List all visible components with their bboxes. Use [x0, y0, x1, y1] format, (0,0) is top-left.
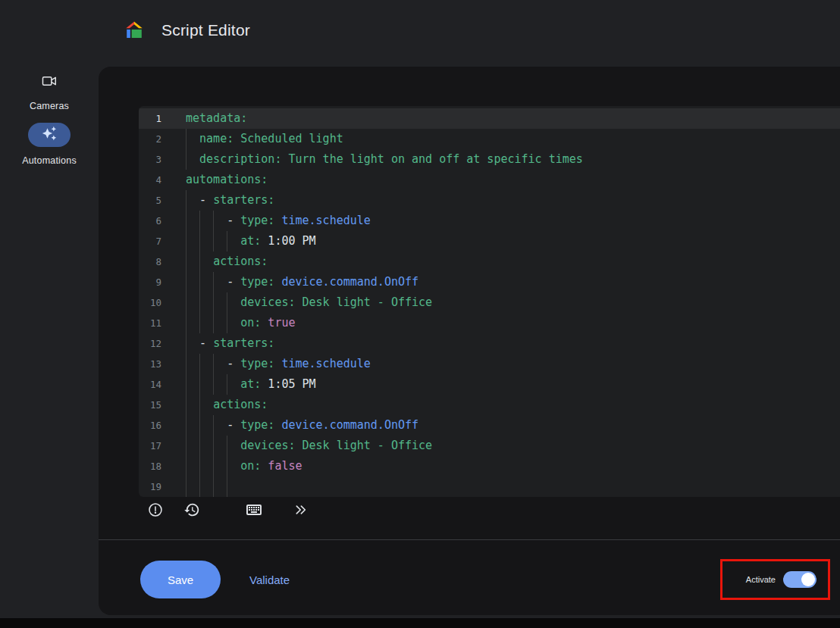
indent-guide — [213, 476, 214, 497]
code-line-content[interactable]: automations: — [186, 170, 268, 190]
code-line-content[interactable]: metadata: — [186, 108, 247, 129]
code-line[interactable]: 16 - type: device.command.OnOff — [139, 415, 840, 436]
code-line[interactable]: 13 - type: time.schedule — [139, 354, 840, 374]
indent-guide — [227, 476, 227, 497]
line-number: 11 — [139, 313, 161, 333]
sidebar-item-cameras[interactable]: Cameras — [30, 67, 69, 111]
indent-guide — [227, 374, 227, 395]
code-line-content[interactable]: at: 1:00 PM — [186, 231, 316, 252]
code-line[interactable]: 14 at: 1:05 PM — [139, 374, 840, 395]
line-number: 16 — [139, 415, 161, 436]
indent-guide — [227, 313, 227, 333]
activate-toggle[interactable] — [783, 571, 816, 588]
indent-guide — [213, 415, 214, 436]
code-line[interactable]: 1metadata: — [139, 108, 840, 129]
sidebar-item-automations[interactable]: Automations — [22, 111, 77, 166]
double-chevron-right-icon[interactable] — [289, 498, 313, 522]
indent-guide — [213, 354, 214, 374]
code-line[interactable]: 15 actions: — [139, 395, 840, 415]
indent-guide — [199, 415, 200, 436]
code-editor[interactable]: 1metadata:2 name: Scheduled light3 descr… — [139, 106, 840, 497]
page-title: Script Editor — [161, 21, 250, 39]
indent-guide — [213, 313, 214, 333]
code-line[interactable]: 10 devices: Desk light - Office — [139, 292, 840, 313]
line-number: 14 — [139, 374, 161, 395]
indent-guide — [199, 252, 200, 272]
indent-guide — [227, 292, 227, 313]
code-line-content[interactable]: at: 1:05 PM — [186, 374, 316, 395]
code-line-content[interactable]: name: Scheduled light — [186, 129, 343, 149]
line-number: 6 — [139, 211, 161, 231]
code-line[interactable]: 11 on: true — [139, 313, 840, 333]
indent-guide — [186, 354, 186, 374]
code-line-content[interactable]: actions: — [186, 395, 268, 415]
indent-guide — [186, 415, 186, 436]
code-line[interactable]: 17 devices: Desk light - Office — [139, 436, 840, 456]
indent-guide — [199, 456, 200, 476]
code-line-content[interactable]: - type: time.schedule — [186, 354, 371, 374]
code-line[interactable]: 19 — [139, 476, 840, 497]
indent-guide — [186, 252, 186, 272]
code-line-content[interactable] — [186, 476, 240, 497]
save-button[interactable]: Save — [140, 561, 221, 598]
code-line-content[interactable]: - type: device.command.OnOff — [186, 272, 418, 292]
line-number: 4 — [139, 170, 161, 190]
indent-guide — [213, 436, 214, 456]
line-number: 3 — [139, 149, 161, 170]
code-line-content[interactable]: description: Turn the light on and off a… — [186, 149, 583, 170]
code-line[interactable]: 18 on: false — [139, 456, 840, 476]
validate-button[interactable]: Validate — [249, 573, 290, 586]
keyboard-icon[interactable] — [242, 498, 266, 522]
code-line-content[interactable]: - type: time.schedule — [186, 211, 371, 231]
indent-guide — [199, 436, 200, 456]
line-number: 2 — [139, 129, 161, 149]
indent-guide — [213, 456, 214, 476]
code-line[interactable]: 8 actions: — [139, 252, 840, 272]
code-line-content[interactable]: devices: Desk light - Office — [186, 292, 432, 313]
code-line-content[interactable]: on: true — [186, 313, 296, 333]
indent-guide — [186, 395, 186, 415]
line-number: 8 — [139, 252, 161, 272]
indent-guide — [227, 231, 227, 252]
line-number: 12 — [139, 333, 161, 354]
code-line-content[interactable]: devices: Desk light - Office — [186, 436, 432, 456]
indent-guide — [199, 313, 200, 333]
indent-guide — [199, 211, 200, 231]
code-line[interactable]: 6 - type: time.schedule — [139, 211, 840, 231]
code-line[interactable]: 5 - starters: — [139, 190, 840, 211]
code-line[interactable]: 3 description: Turn the light on and off… — [139, 149, 840, 170]
line-number: 10 — [139, 292, 161, 313]
code-line[interactable]: 9 - type: device.command.OnOff — [139, 272, 840, 292]
line-number: 9 — [139, 272, 161, 292]
indent-guide — [186, 374, 186, 395]
line-number: 18 — [139, 456, 161, 476]
sidebar-item-label: Cameras — [30, 101, 69, 111]
indent-guide — [186, 272, 186, 292]
code-line[interactable]: 7 at: 1:00 PM — [139, 231, 840, 252]
indent-guide — [186, 292, 186, 313]
indent-guide — [186, 333, 186, 354]
line-number: 5 — [139, 190, 161, 211]
code-line[interactable]: 12 - starters: — [139, 333, 840, 354]
indent-guide — [186, 231, 186, 252]
auto-awesome-icon — [42, 126, 57, 144]
activate-group: Activate — [722, 561, 829, 598]
line-number: 17 — [139, 436, 161, 456]
indent-guide — [213, 272, 214, 292]
code-line-content[interactable]: - starters: — [186, 333, 274, 354]
indent-guide — [199, 354, 200, 374]
indent-guide — [186, 313, 186, 333]
code-line[interactable]: 2 name: Scheduled light — [139, 129, 840, 149]
code-line[interactable]: 4automations: — [139, 170, 840, 190]
code-line-content[interactable]: on: false — [186, 456, 302, 476]
indent-guide — [213, 374, 214, 395]
history-icon[interactable] — [180, 498, 204, 522]
indent-guide — [186, 476, 186, 497]
indent-guide — [186, 211, 186, 231]
indent-guide — [227, 436, 227, 456]
problems-icon[interactable] — [143, 498, 168, 522]
code-line-content[interactable]: - starters: — [186, 190, 274, 211]
code-line-content[interactable]: - type: device.command.OnOff — [186, 415, 418, 436]
code-line-content[interactable]: actions: — [186, 252, 268, 272]
code-area[interactable]: 1metadata:2 name: Scheduled light3 descr… — [139, 108, 840, 497]
